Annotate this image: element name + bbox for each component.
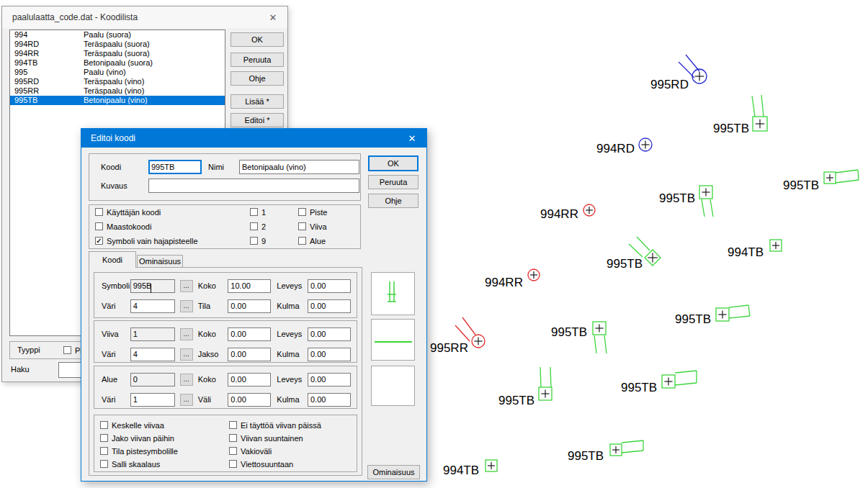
checkbox-box[interactable] — [298, 208, 306, 216]
description-input[interactable] — [148, 179, 359, 193]
code-list-item-994rr[interactable]: 994RRTeräspaalu (suora) — [10, 49, 225, 58]
code-list-item-995tb[interactable]: 995TBBetonipaalu (vino) — [10, 96, 225, 105]
checkbox-box[interactable] — [100, 460, 108, 468]
angle-input[interactable] — [308, 299, 351, 313]
code-input[interactable] — [148, 160, 202, 174]
pile-symbol-995tb-6[interactable]: 995TB — [607, 237, 661, 271]
checkbox-box[interactable] — [298, 222, 306, 230]
checkbox-1[interactable]: 1 — [250, 207, 266, 217]
code-list-item-995rr[interactable]: 995RRTeräspaalu (vino) — [10, 86, 225, 96]
area-input[interactable] — [130, 373, 175, 387]
pile-symbol-994tb-7[interactable]: 994TB — [728, 240, 782, 259]
ominaisuus-button[interactable]: Ominaisuus — [367, 465, 420, 479]
size-input[interactable] — [228, 279, 271, 293]
add-button[interactable]: Lisää * — [231, 94, 284, 109]
checkbox-box[interactable] — [250, 208, 258, 216]
pile-symbol-995rr-9[interactable]: 995RR — [430, 317, 485, 355]
checkbox-ei-tayttoa-viivan-paissa[interactable]: Ei täyttöä viivan päissä — [229, 420, 321, 430]
checkbox-box[interactable] — [229, 460, 237, 468]
help-button[interactable]: Ohje — [231, 71, 284, 86]
checkbox-box[interactable] — [100, 434, 108, 442]
size-input[interactable] — [228, 373, 271, 387]
pile-symbol-995tb-11[interactable]: 995TB — [498, 367, 552, 407]
checkbox-box[interactable] — [229, 447, 237, 455]
checkbox-box[interactable] — [100, 447, 108, 455]
checkbox-2[interactable]: 2 — [250, 222, 266, 231]
symbol-input[interactable] — [130, 279, 175, 293]
checkbox-box[interactable] — [250, 222, 258, 230]
help-button[interactable]: Ohje — [368, 194, 419, 208]
angle-input[interactable] — [308, 348, 351, 361]
checkbox-keskelle-viivaa[interactable]: Keskelle viivaa — [100, 420, 178, 430]
code-list-item-994[interactable]: 994Paalu (suora) — [10, 30, 225, 40]
color-browse-button[interactable]: ... — [180, 300, 193, 312]
color-browse-button[interactable]: ... — [180, 348, 193, 361]
codelist-titlebar[interactable]: paalulaatta_code.dat - Koodilista — [2, 6, 287, 28]
color-input[interactable] — [130, 348, 175, 361]
code-list-item-995[interactable]: 995Paalu (vino) — [10, 68, 225, 77]
tab-ominaisuus[interactable]: Ominaisuus — [137, 255, 183, 268]
edit-titlebar[interactable]: Editoi koodi — [81, 129, 426, 148]
ok-button[interactable]: OK — [231, 32, 284, 47]
pile-symbol-994rr-5[interactable]: 994RR — [540, 204, 595, 221]
code-list-item-994rd[interactable]: 994RDTeräspaalu (suora) — [10, 40, 225, 49]
pile-symbol-995tb-13[interactable]: 995TB — [621, 371, 697, 394]
checkbox-box[interactable] — [63, 346, 71, 354]
ok-button[interactable]: OK — [368, 155, 419, 171]
pile-symbol-995tb-14[interactable]: 995TB — [568, 440, 643, 463]
checkbox-box[interactable] — [298, 237, 306, 245]
checkbox-viivan-suuntainen[interactable]: Viivan suuntainen — [229, 433, 321, 443]
checkbox-alue[interactable]: Alue — [298, 236, 327, 245]
width-input[interactable] — [308, 279, 351, 293]
pile-symbol-994rr-8[interactable]: 994RR — [485, 269, 540, 289]
pile-symbol-995tb-4[interactable]: 995TB — [783, 170, 859, 192]
width-input[interactable] — [308, 327, 351, 341]
checkbox-box[interactable] — [229, 421, 237, 429]
checkbox-tila-pistesymbolille[interactable]: Tila pistesymbolille — [100, 446, 178, 456]
state-input[interactable] — [228, 299, 271, 313]
pile-symbol-995tb-12[interactable]: 995TB — [675, 305, 750, 326]
line-browse-button[interactable]: ... — [180, 328, 193, 340]
width-input[interactable] — [308, 373, 351, 387]
pile-symbol-995rd-0[interactable]: 995RD — [650, 55, 707, 91]
color-browse-button[interactable]: ... — [180, 394, 193, 406]
symbol-browse-button[interactable]: ... — [180, 280, 193, 292]
checkbox-box[interactable] — [95, 208, 103, 216]
checkbox-viiva[interactable]: Viiva — [298, 222, 327, 231]
pile-symbol-994tb-15[interactable]: 994TB — [443, 460, 497, 477]
size-input[interactable] — [228, 327, 271, 341]
name-input[interactable] — [239, 160, 359, 174]
checkbox-box[interactable] — [95, 222, 103, 230]
checkbox-symboli-vain-hajapisteelle[interactable]: ✓Symboli vain hajapisteelle — [95, 236, 198, 245]
angle-input[interactable] — [308, 393, 351, 407]
code-list-item-995rd[interactable]: 995RDTeräspaalu (vino) — [10, 77, 225, 86]
close-icon[interactable]: ✕ — [259, 6, 287, 28]
checkbox-kayttajan-koodi[interactable]: Käyttäjän koodi — [95, 207, 198, 217]
checkbox-box[interactable] — [100, 421, 108, 429]
pile-symbol-995tb-10[interactable]: 995TB — [551, 322, 607, 353]
checkbox-salli-skaalaus[interactable]: Salli skaalaus — [100, 459, 178, 469]
spacing-input[interactable] — [228, 393, 271, 407]
close-icon[interactable]: ✕ — [398, 129, 426, 148]
checkbox-9[interactable]: 9 — [250, 236, 266, 245]
checkbox-viettosuuntaan[interactable]: Viettosuuntaan — [229, 459, 321, 469]
line-input[interactable] — [130, 327, 175, 341]
color-input[interactable] — [130, 393, 175, 407]
checkbox-piste[interactable]: Piste — [298, 207, 327, 217]
pile-symbol-994rd-2[interactable]: 994RD — [596, 138, 652, 155]
color-input[interactable] — [130, 299, 175, 313]
tab-koodi[interactable]: Koodi — [89, 251, 136, 268]
checkbox-jako-viivan-paihin[interactable]: Jako viivan päihin — [100, 433, 178, 443]
cancel-button[interactable]: Peruuta — [368, 175, 419, 189]
pile-symbol-995tb-1[interactable]: 995TB — [713, 95, 767, 135]
checkbox-maastokoodi[interactable]: Maastokoodi — [95, 222, 198, 231]
checkbox-vakiovali[interactable]: Vakioväli — [229, 446, 321, 456]
code-list-item-994tb[interactable]: 994TBBetonipaalu (suora) — [10, 58, 225, 68]
checkbox-box[interactable] — [229, 434, 237, 442]
pile-symbol-995tb-3[interactable]: 995TB — [659, 186, 713, 217]
edit-button[interactable]: Editoi * — [231, 113, 284, 127]
area-browse-button[interactable]: ... — [180, 374, 193, 386]
checkbox-box[interactable] — [250, 237, 258, 245]
cancel-button[interactable]: Peruuta — [231, 53, 284, 67]
checkbox-checked-box[interactable]: ✓ — [95, 237, 103, 245]
